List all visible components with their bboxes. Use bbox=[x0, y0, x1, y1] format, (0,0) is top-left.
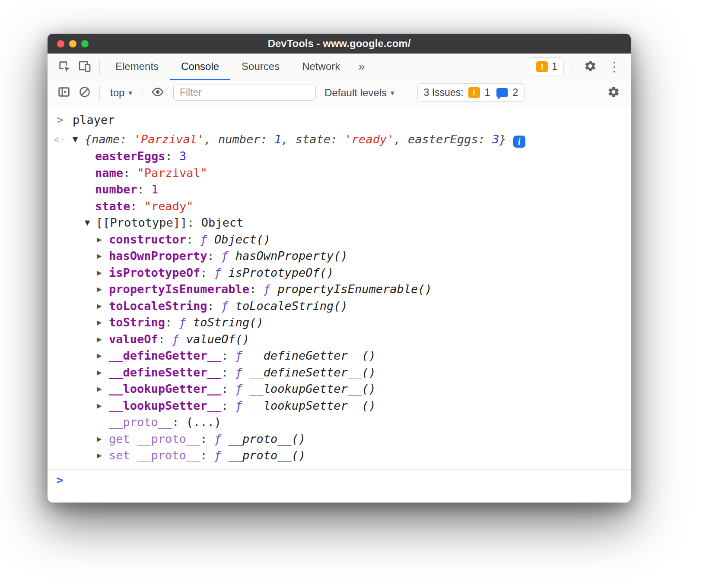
expand-triangle-icon[interactable]: ▶ bbox=[97, 298, 102, 315]
property-value: "Parzival" bbox=[137, 166, 208, 180]
function-symbol: ƒ bbox=[200, 233, 207, 246]
minimize-window-button[interactable] bbox=[69, 40, 76, 47]
zoom-window-button[interactable] bbox=[81, 40, 89, 47]
method-row: ▶ __lookupGetter__: ƒ __lookupGetter__() bbox=[48, 381, 631, 398]
expand-triangle-icon[interactable]: ▶ bbox=[97, 381, 102, 398]
accessor-kind: get bbox=[109, 432, 130, 446]
filter-input[interactable] bbox=[173, 85, 316, 101]
tab-label: Console bbox=[181, 60, 219, 72]
function-signature: __lookupGetter__() bbox=[249, 382, 376, 395]
clear-console-icon bbox=[78, 85, 91, 100]
function-signature: __proto__() bbox=[228, 449, 305, 462]
issues-label: 3 Issues: bbox=[424, 87, 464, 98]
function-symbol: ƒ bbox=[221, 249, 228, 262]
property-row: number: 1 bbox=[48, 181, 631, 198]
method-row: ▶ __lookupSetter__: ƒ __lookupSetter__() bbox=[48, 398, 631, 414]
method-row: ▶ hasOwnProperty: ƒ hasOwnProperty() bbox=[48, 248, 631, 265]
console-settings-button[interactable] bbox=[603, 82, 624, 103]
preview-value: 1 bbox=[274, 133, 281, 146]
colon: : bbox=[200, 266, 207, 279]
property-value: "ready" bbox=[144, 199, 194, 213]
expand-triangle-icon[interactable]: ▶ bbox=[97, 248, 102, 265]
issues-counter-button[interactable]: 3 Issues: ! 1 2 bbox=[417, 83, 525, 102]
close-window-button[interactable] bbox=[57, 40, 64, 47]
colon: : bbox=[158, 332, 165, 346]
expand-triangle-icon[interactable]: ▶ bbox=[97, 281, 102, 298]
chevron-down-icon: ▾ bbox=[391, 89, 394, 97]
function-symbol: ƒ bbox=[214, 266, 221, 279]
collapse-triangle-icon[interactable]: ▼ bbox=[85, 215, 90, 231]
device-toolbar-button[interactable] bbox=[74, 57, 95, 77]
function-symbol: ƒ bbox=[235, 366, 242, 379]
console-prompt[interactable]: > bbox=[48, 469, 631, 488]
expand-triangle-icon[interactable]: ▶ bbox=[97, 265, 102, 281]
property-key: __proto__ bbox=[109, 415, 172, 429]
issues-message-count: 2 bbox=[512, 87, 518, 98]
colon: : bbox=[249, 282, 256, 296]
colon: : bbox=[478, 133, 485, 146]
preview-key: easterEggs bbox=[408, 133, 478, 146]
collapse-triangle-icon[interactable]: ▼ bbox=[73, 131, 78, 148]
comma: , bbox=[281, 133, 288, 146]
property-key: valueOf bbox=[109, 332, 158, 346]
function-symbol: ƒ bbox=[264, 282, 270, 296]
function-signature: toLocaleString() bbox=[235, 299, 348, 313]
method-row: ▶ __defineSetter__: ƒ __defineSetter__() bbox=[48, 364, 631, 381]
warning-icon: ! bbox=[536, 61, 548, 72]
expand-triangle-icon[interactable]: ▶ bbox=[97, 364, 102, 381]
function-signature: isPrototypeOf() bbox=[228, 266, 334, 279]
function-symbol: ƒ bbox=[235, 349, 242, 362]
expand-triangle-icon[interactable]: ▶ bbox=[97, 331, 102, 348]
function-signature: valueOf() bbox=[186, 332, 249, 346]
brace-open: { bbox=[85, 133, 92, 146]
property-key: hasOwnProperty bbox=[109, 249, 207, 262]
expand-value-button[interactable]: (...) bbox=[186, 415, 221, 429]
expand-triangle-icon[interactable]: ▶ bbox=[97, 348, 102, 364]
eye-icon bbox=[151, 85, 165, 100]
log-levels-value: Default levels bbox=[324, 87, 387, 99]
colon: : bbox=[207, 249, 214, 262]
divider bbox=[99, 60, 100, 74]
console-input-echo: > player bbox=[48, 111, 631, 130]
tab-sources[interactable]: Sources bbox=[230, 54, 291, 80]
tab-console[interactable]: Console bbox=[170, 54, 230, 80]
property-key: isPrototypeOf bbox=[109, 266, 200, 279]
context-selector-dropdown[interactable]: top ▾ bbox=[104, 87, 138, 99]
preview-value: 'ready' bbox=[345, 133, 394, 146]
more-tabs-icon: » bbox=[358, 60, 365, 73]
clear-console-button[interactable] bbox=[74, 82, 95, 103]
toolbar-right-group: ! 1 ⋮ bbox=[530, 57, 625, 77]
create-live-expression-button[interactable] bbox=[147, 82, 168, 103]
settings-button[interactable] bbox=[580, 57, 601, 77]
property-key: __lookupSetter__ bbox=[109, 399, 221, 412]
expand-triangle-icon[interactable]: ▶ bbox=[97, 398, 102, 414]
expand-triangle-icon[interactable]: ▶ bbox=[97, 447, 102, 464]
more-tabs-button[interactable]: » bbox=[351, 54, 372, 80]
inspect-element-button[interactable] bbox=[54, 57, 74, 77]
error-counter-button[interactable]: ! 1 bbox=[530, 57, 564, 76]
console-sidebar-toggle-button[interactable] bbox=[54, 82, 74, 103]
function-signature: __proto__() bbox=[228, 432, 305, 446]
expand-triangle-icon[interactable]: ▶ bbox=[97, 231, 102, 248]
tab-elements[interactable]: Elements bbox=[104, 54, 170, 80]
more-options-button[interactable]: ⋮ bbox=[604, 57, 625, 77]
log-levels-dropdown[interactable]: Default levels ▾ bbox=[318, 87, 401, 99]
colon: : bbox=[123, 166, 130, 180]
property-row: state: "ready" bbox=[48, 198, 631, 215]
method-row: ▶ toString: ƒ toString() bbox=[48, 314, 631, 331]
divider bbox=[405, 86, 405, 100]
tab-network[interactable]: Network bbox=[291, 54, 351, 80]
property-key: toLocaleString bbox=[109, 299, 207, 313]
window-controls bbox=[57, 34, 89, 54]
colon: : bbox=[221, 382, 228, 395]
method-row: ▶ toLocaleString: ƒ toLocaleString() bbox=[48, 298, 631, 315]
property-key: __proto__ bbox=[137, 432, 200, 446]
expand-triangle-icon[interactable]: ▶ bbox=[97, 314, 102, 331]
console-output: > player <· ▼ {name: 'Parzival', number:… bbox=[48, 105, 631, 488]
message-bubble-icon bbox=[496, 88, 508, 97]
colon: : bbox=[137, 183, 144, 196]
expand-triangle-icon[interactable]: ▶ bbox=[97, 431, 102, 448]
divider bbox=[572, 60, 572, 74]
property-row: name: "Parzival" bbox=[48, 165, 631, 182]
input-chevron-icon: > bbox=[57, 111, 64, 130]
